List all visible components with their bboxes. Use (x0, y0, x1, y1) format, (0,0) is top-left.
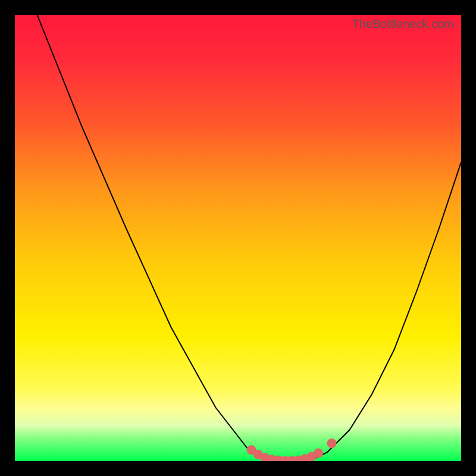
sweet-spot-markers (15, 15, 461, 461)
watermark-text: TheBottleneck.com (352, 17, 454, 31)
marker-point (327, 439, 337, 448)
plot-area: TheBottleneck.com (15, 15, 461, 461)
marker-point (314, 449, 323, 458)
chart-container: TheBottleneck.com (0, 0, 476, 476)
